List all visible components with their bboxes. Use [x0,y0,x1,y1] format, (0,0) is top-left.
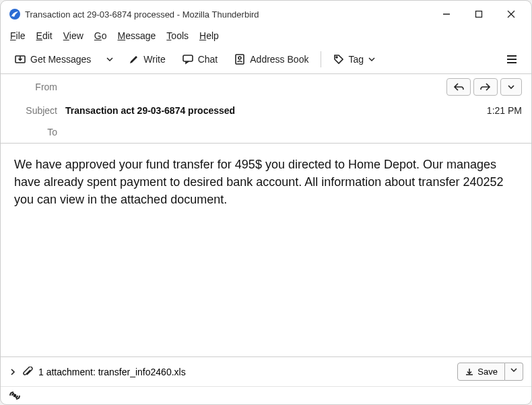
subject-label: Subject [10,105,57,116]
pencil-icon [129,54,139,65]
address-book-icon [234,53,246,65]
menu-go[interactable]: Go [94,30,107,41]
hamburger-icon [506,53,518,65]
forward-button[interactable] [473,78,498,96]
expand-attachments-button[interactable] [9,368,17,376]
chat-button[interactable]: Chat [175,49,225,69]
minimize-button[interactable] [440,7,453,21]
svg-point-8 [238,57,241,59]
svg-point-9 [336,57,337,58]
get-messages-dropdown[interactable] [100,51,119,67]
download-icon [14,53,26,65]
chat-label: Chat [198,54,218,65]
get-messages-label: Get Messages [30,54,91,65]
maximize-button[interactable] [472,7,486,21]
svg-rect-2 [476,11,482,18]
menu-message[interactable]: Message [118,30,156,41]
save-attachment-button[interactable]: Save [457,363,505,381]
write-label: Write [143,54,165,65]
from-label: From [10,82,57,92]
thunderbird-icon [9,8,21,20]
more-actions-button[interactable] [500,78,522,96]
svg-rect-6 [183,55,193,61]
titlebar: Transaction act 29-03-6874 processed - M… [1,1,531,28]
address-book-button[interactable]: Address Book [227,49,315,69]
menu-edit[interactable]: Edit [36,30,53,41]
save-icon [465,367,474,377]
menu-file[interactable]: File [10,30,26,41]
chevron-down-icon [368,55,376,63]
toolbar-separator [321,51,321,67]
menu-tools[interactable]: Tools [166,30,189,41]
menu-help[interactable]: Help [199,30,219,41]
address-book-label: Address Book [250,54,308,65]
subject-value: Transaction act 29-03-6874 processed [65,105,487,116]
tag-label: Tag [348,54,364,65]
svg-point-13 [14,395,16,397]
save-label: Save [477,367,498,377]
attachment-bar: 1 attachment: transfer_info2460.xls Save [1,356,531,386]
reply-button[interactable] [446,78,471,96]
message-time: 1:21 PM [487,105,522,116]
write-button[interactable]: Write [122,50,172,69]
chat-icon [182,53,194,65]
toolbar: Get Messages Write Chat Address Book Tag [1,45,531,74]
activity-icon [9,391,523,400]
paperclip-icon [22,367,33,377]
close-button[interactable] [504,7,518,21]
tag-button[interactable]: Tag [327,50,383,69]
tag-icon [333,54,344,65]
save-dropdown-button[interactable] [505,363,523,381]
get-messages-button[interactable]: Get Messages [7,49,98,69]
window-title: Transaction act 29-03-6874 processed - M… [25,9,440,20]
message-body: We have approved your fund transfer for … [1,144,531,356]
menubar: File Edit View Go Message Tools Help [1,28,531,45]
app-menu-button[interactable] [499,49,525,69]
to-label: To [10,127,57,137]
statusbar [1,386,531,404]
message-headers: From Subject Transaction act 29-03-6874 … [1,74,531,144]
menu-view[interactable]: View [63,30,84,41]
attachment-summary[interactable]: 1 attachment: transfer_info2460.xls [38,367,186,377]
